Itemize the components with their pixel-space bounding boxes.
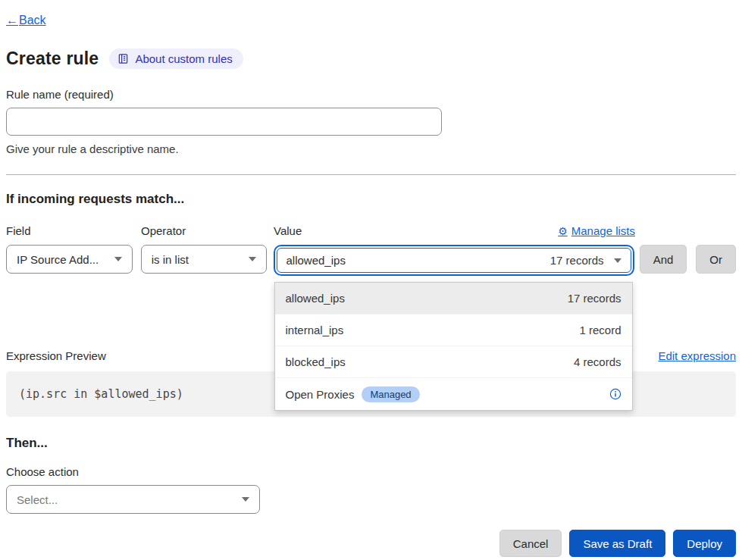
operator-select[interactable]: is in list (141, 245, 267, 274)
chevron-down-icon (242, 497, 249, 502)
page-title: Create rule (6, 48, 99, 69)
value-select-selected: allowed_ips (286, 254, 346, 267)
cancel-button[interactable]: Cancel (499, 530, 562, 557)
value-select[interactable]: allowed_ips 17 records (277, 248, 631, 273)
deploy-button[interactable]: Deploy (673, 530, 736, 557)
dropdown-item-blocked-ips[interactable]: blocked_ips 4 records (275, 346, 632, 378)
match-controls-row: IP Source Add... is in list allowed_ips … (6, 245, 736, 276)
value-select-record-count: 17 records (550, 254, 604, 267)
manage-lists-link[interactable]: ⚙ Manage lists (558, 224, 635, 237)
dropdown-item-open-proxies[interactable]: Open Proxies Managed (275, 378, 632, 410)
then-section-heading: Then... (6, 436, 736, 451)
list-record-count: 1 record (579, 324, 621, 336)
list-record-count: 4 records (574, 355, 621, 368)
rule-name-label: Rule name (required) (6, 88, 736, 101)
save-as-draft-button[interactable]: Save as Draft (569, 530, 665, 557)
back-row: ←Back (6, 0, 736, 27)
back-link[interactable]: ←Back (6, 14, 46, 27)
field-label: Field (6, 224, 133, 237)
rule-name-input[interactable] (6, 108, 442, 136)
page-header: Create rule About custom rules (6, 48, 736, 69)
list-name: blocked_ips (286, 355, 346, 368)
edit-expression-link[interactable]: Edit expression (658, 349, 736, 362)
action-select-placeholder: Select... (17, 493, 58, 506)
list-name: Open Proxies (286, 388, 355, 401)
choose-action-label: Choose action (6, 465, 736, 478)
field-select[interactable]: IP Source Add... (6, 245, 133, 274)
book-icon (117, 53, 129, 64)
create-rule-page: ←Back Create rule About custom rules Rul… (0, 0, 742, 557)
expression-code: (ip.src in $allowed_ips) (19, 387, 183, 401)
manage-lists-label: Manage lists (571, 224, 635, 237)
operator-label: Operator (141, 224, 267, 237)
list-record-count: 17 records (568, 292, 621, 305)
action-select[interactable]: Select... (6, 485, 260, 514)
about-custom-rules-link[interactable]: About custom rules (109, 48, 243, 69)
chevron-down-icon (614, 258, 621, 263)
info-icon[interactable] (609, 388, 621, 400)
footer-actions: Cancel Save as Draft Deploy (6, 530, 736, 557)
chevron-down-icon (114, 257, 122, 261)
back-label: Back (19, 14, 46, 27)
list-name: allowed_ips (286, 292, 345, 305)
expression-preview-label: Expression Preview (6, 349, 106, 362)
value-select-focus-ring: allowed_ips 17 records (274, 245, 634, 276)
dropdown-item-allowed-ips[interactable]: allowed_ips 17 records (275, 283, 632, 314)
match-labels-row: Field Operator Value ⚙ Manage lists (6, 224, 736, 237)
list-name: internal_ips (286, 324, 344, 336)
back-arrow-icon: ← (6, 14, 18, 27)
managed-badge: Managed (362, 386, 419, 402)
dropdown-item-internal-ips[interactable]: internal_ips 1 record (275, 314, 632, 346)
section-divider (6, 174, 736, 175)
about-custom-rules-label: About custom rules (135, 52, 232, 65)
value-select-wrap: allowed_ips 17 records allowed_ips 17 re… (274, 245, 634, 276)
chevron-down-icon (249, 257, 256, 261)
operator-select-value: is in list (152, 253, 189, 266)
rule-name-helper: Give your rule a descriptive name. (6, 142, 736, 155)
field-select-value: IP Source Add... (17, 253, 99, 266)
gear-icon: ⚙ (558, 225, 568, 237)
and-button[interactable]: And (640, 245, 687, 274)
value-label: Value (274, 224, 302, 237)
match-section-heading: If incoming requests match... (6, 192, 736, 207)
or-button[interactable]: Or (696, 245, 736, 274)
list-dropdown-panel: allowed_ips 17 records internal_ips 1 re… (274, 282, 633, 411)
